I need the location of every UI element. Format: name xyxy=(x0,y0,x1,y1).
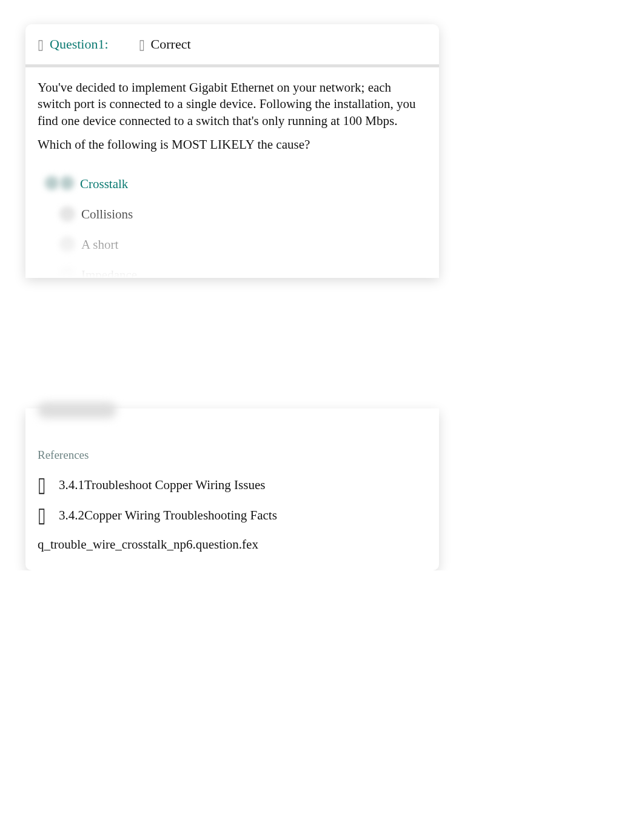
reference-link-2[interactable]: ▯ 3.4.2Copper Wiring Troubleshooting Fac… xyxy=(38,507,427,524)
question-body: You've decided to implement Gigabit Ethe… xyxy=(25,67,439,278)
question-icon: ▯ xyxy=(38,36,44,53)
status-label: Correct xyxy=(151,36,191,52)
reference-icon: ▯ xyxy=(38,473,45,496)
answer-option-crosstalk[interactable]: Crosstalk xyxy=(45,176,427,192)
answer-marker-icon xyxy=(59,237,75,252)
reference-icon: ▯ xyxy=(38,503,45,527)
reference-link-1[interactable]: ▯ 3.4.1Troubleshoot Copper Wiring Issues xyxy=(38,476,427,493)
answer-text: Impedance xyxy=(81,268,137,278)
answer-option-collisions[interactable]: Collisions xyxy=(59,206,427,222)
locked-content-gap xyxy=(0,278,644,408)
answer-option-impedance[interactable]: Impedance xyxy=(59,267,427,278)
reference-text: 3.4.1Troubleshoot Copper Wiring Issues xyxy=(59,478,265,493)
answer-text: A short xyxy=(81,237,118,252)
question-paragraph-2: Which of the following is MOST LIKELY th… xyxy=(38,137,427,153)
references-title: References xyxy=(38,448,427,462)
answer-option-short[interactable]: A short xyxy=(59,237,427,252)
status-block: ▯ Correct xyxy=(139,36,191,52)
answer-text: Collisions xyxy=(81,207,133,222)
blurred-heading xyxy=(38,402,116,418)
answer-marker-icon xyxy=(59,267,75,278)
question-card-bottom: References ▯ 3.4.1Troubleshoot Copper Wi… xyxy=(25,408,439,570)
answer-text: Crosstalk xyxy=(80,177,128,192)
answer-marker-icon xyxy=(45,176,74,192)
question-header: ▯ Question1: ▯ Correct xyxy=(25,24,439,67)
question-number-block: ▯ Question1: xyxy=(38,36,109,52)
status-icon: ▯ xyxy=(139,36,145,53)
answer-marker-icon xyxy=(59,206,75,222)
question-card-top: ▯ Question1: ▯ Correct You've decided to… xyxy=(25,24,439,278)
answers-list: Crosstalk Collisions A short Impedance xyxy=(45,176,427,278)
question-file-id: q_trouble_wire_crosstalk_np6.question.fe… xyxy=(38,537,427,552)
reference-text: 3.4.2Copper Wiring Troubleshooting Facts xyxy=(59,508,277,523)
question-label: Question1: xyxy=(50,36,109,52)
question-paragraph-1: You've decided to implement Gigabit Ethe… xyxy=(38,79,427,129)
